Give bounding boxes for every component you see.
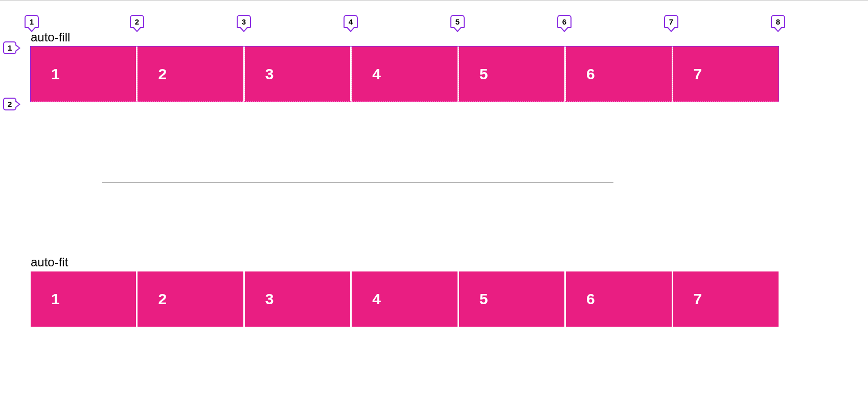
grid-col-line-4: 4: [342, 15, 359, 28]
auto-fit-cell: 2: [138, 271, 243, 327]
auto-fill-cell: 5: [459, 47, 564, 102]
auto-fill-cell: 3: [245, 47, 350, 102]
cell-number: 5: [479, 65, 488, 83]
cell-number: 3: [265, 65, 274, 83]
auto-fit-section: auto-fit 1 2 3 4 5 6 7: [31, 256, 779, 327]
grid-col-line-5: 5: [449, 15, 466, 28]
cell-number: 2: [158, 290, 167, 308]
auto-fill-section: auto-fill 1 2 3 4 5 6 7: [31, 31, 779, 102]
auto-fit-cell: 4: [352, 271, 457, 327]
auto-fill-cell: 1: [31, 47, 136, 102]
cell-number: 6: [586, 290, 595, 308]
cell-number: 5: [479, 290, 488, 308]
auto-fit-label: auto-fit: [31, 256, 779, 268]
cell-number: 1: [51, 65, 60, 83]
cell-number: 1: [51, 290, 60, 308]
cell-number: 4: [372, 65, 381, 83]
cell-number: 6: [586, 65, 595, 83]
auto-fill-grid: 1 2 3 4 5 6 7: [31, 47, 779, 102]
auto-fit-cell: 1: [31, 271, 136, 327]
grid-row-line-1: 1: [3, 41, 21, 54]
page: 1 2 3 4 5 6 7 8 1 2 auto-fill 1 2 3 4 5 …: [0, 0, 868, 409]
auto-fit-cell: 5: [459, 271, 564, 327]
auto-fit-cell: 6: [566, 271, 671, 327]
cell-number: 4: [372, 290, 381, 308]
auto-fill-cell: 2: [138, 47, 243, 102]
auto-fit-cell: 7: [673, 271, 779, 327]
auto-fit-grid: 1 2 3 4 5 6 7: [31, 271, 779, 327]
cell-number: 7: [694, 65, 702, 83]
grid-col-line-7: 7: [663, 15, 679, 28]
auto-fit-cell: 3: [245, 271, 350, 327]
grid-col-line-6: 6: [556, 15, 573, 28]
grid-col-line-3: 3: [236, 15, 252, 28]
auto-fill-cell: 6: [566, 47, 671, 102]
grid-col-line-1: 1: [24, 15, 40, 28]
cell-number: 3: [265, 290, 274, 308]
auto-fill-label: auto-fill: [31, 31, 779, 43]
cell-number: 7: [694, 290, 702, 308]
auto-fill-cell: 4: [352, 47, 457, 102]
grid-row-line-2: 2: [3, 98, 21, 110]
cell-number: 2: [158, 65, 167, 83]
auto-fill-cell: 7: [673, 47, 779, 102]
grid-col-line-2: 2: [129, 15, 145, 28]
divider: [102, 183, 613, 183]
grid-col-line-8: 8: [770, 15, 786, 28]
